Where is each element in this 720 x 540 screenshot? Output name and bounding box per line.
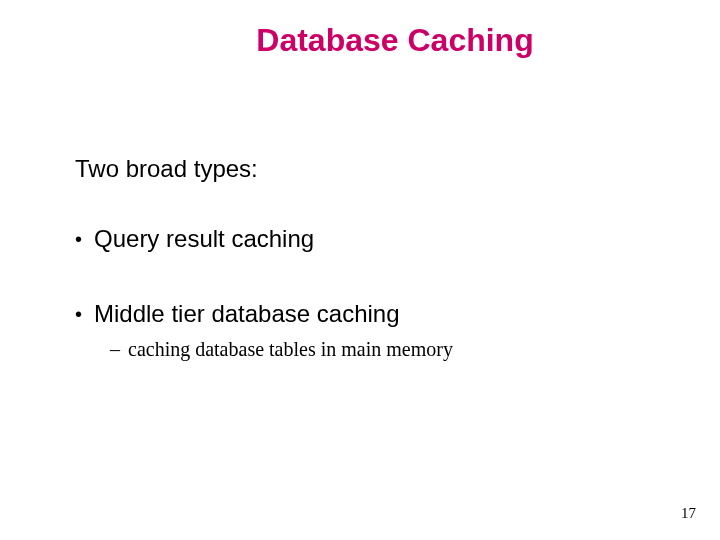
- bullet-text: Middle tier database caching: [94, 300, 400, 328]
- sub-bullet-item: – caching database tables in main memory: [110, 338, 453, 361]
- bullet-item: • Query result caching: [75, 225, 314, 253]
- bullet-dot-icon: •: [75, 300, 82, 328]
- slide: Database Caching Two broad types: • Quer…: [0, 0, 720, 540]
- bullet-dot-icon: •: [75, 225, 82, 253]
- bullet-list: • Middle tier database caching: [75, 300, 400, 328]
- sub-bullet-text: caching database tables in main memory: [128, 338, 453, 361]
- slide-title: Database Caching: [0, 22, 720, 59]
- bullet-text: Query result caching: [94, 225, 314, 253]
- page-number: 17: [681, 505, 696, 522]
- dash-icon: –: [110, 338, 120, 361]
- intro-text: Two broad types:: [75, 155, 258, 183]
- bullet-item: • Middle tier database caching: [75, 300, 400, 328]
- bullet-list: • Query result caching: [75, 225, 314, 253]
